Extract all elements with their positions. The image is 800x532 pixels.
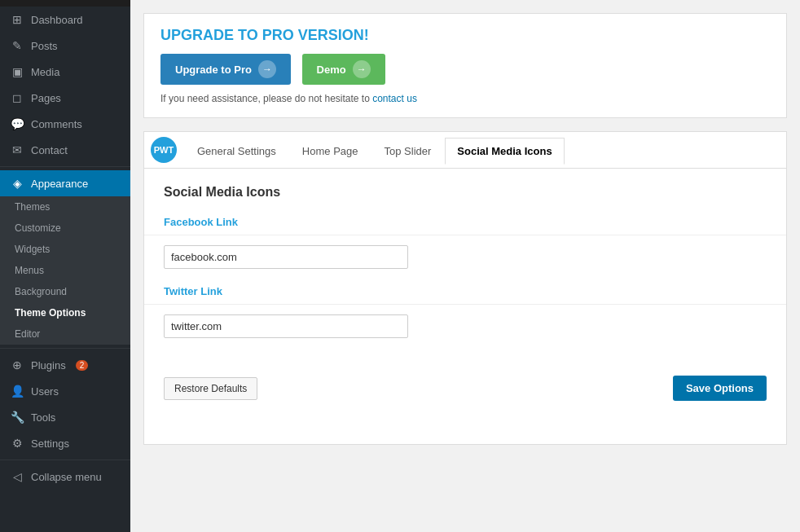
submenu-item-editor[interactable]: Editor — [0, 323, 130, 345]
collapse-icon: ◁ — [10, 470, 24, 483]
sidebar-item-settings[interactable]: ⚙ Settings — [0, 430, 130, 456]
demo-button[interactable]: Demo → — [302, 54, 385, 85]
twitter-label: Twitter Link — [164, 285, 767, 297]
content-panel: Social Media Icons Facebook Link Twitter… — [143, 168, 787, 445]
facebook-field-section: Facebook Link — [164, 216, 767, 269]
sidebar: ⊞ Dashboard ✎ Posts ▣ Media ◻ Pages 💬 Co… — [0, 0, 130, 532]
submenu-item-customize[interactable]: Customize — [0, 218, 130, 239]
submenu-item-widgets[interactable]: Widgets — [0, 239, 130, 260]
dashboard-icon: ⊞ — [10, 13, 24, 26]
plugins-badge: 2 — [76, 360, 89, 371]
sidebar-item-tools[interactable]: 🔧 Tools — [0, 404, 130, 430]
upgrade-to-pro-button[interactable]: Upgrade to Pro → — [160, 54, 291, 85]
users-icon: 👤 — [10, 385, 24, 398]
tab-social-media-icons[interactable]: Social Media Icons — [445, 138, 564, 165]
twitter-field-section: Twitter Link — [164, 285, 767, 338]
demo-arrow-icon: → — [353, 60, 371, 78]
facebook-input[interactable] — [164, 245, 408, 269]
collapse-menu-button[interactable]: ◁ Collapse menu — [0, 464, 130, 490]
sidebar-divider — [0, 166, 130, 167]
settings-icon: ⚙ — [10, 437, 24, 450]
facebook-label: Facebook Link — [164, 216, 767, 228]
sidebar-divider-3 — [0, 459, 130, 460]
sidebar-item-plugins[interactable]: ⊕ Plugins 2 — [0, 352, 130, 378]
save-options-button[interactable]: Save Options — [673, 376, 767, 401]
pwt-logo: PWT — [151, 137, 177, 163]
contact-icon: ✉ — [10, 143, 24, 156]
twitter-input[interactable] — [164, 314, 408, 338]
sidebar-item-appearance[interactable]: ◈ Appearance — [0, 170, 130, 196]
contact-us-link[interactable]: contact us — [372, 93, 417, 104]
restore-defaults-button[interactable]: Restore Defaults — [164, 377, 257, 400]
sidebar-item-comments[interactable]: 💬 Comments — [0, 111, 130, 137]
sidebar-item-users[interactable]: 👤 Users — [0, 378, 130, 404]
pages-icon: ◻ — [10, 91, 24, 104]
upgrade-buttons: Upgrade to Pro → Demo → — [160, 54, 770, 85]
upgrade-arrow-icon: → — [258, 60, 276, 78]
sidebar-item-media[interactable]: ▣ Media — [0, 59, 130, 85]
sidebar-item-contact[interactable]: ✉ Contact — [0, 137, 130, 163]
facebook-divider — [144, 235, 786, 235]
submenu-item-themes[interactable]: Themes — [0, 196, 130, 218]
tabs-container: PWT General Settings Home Page Top Slide… — [143, 131, 787, 168]
tab-general-settings[interactable]: General Settings — [185, 138, 288, 164]
comments-icon: 💬 — [10, 117, 24, 130]
sidebar-item-posts[interactable]: ✎ Posts — [0, 33, 130, 59]
panel-footer: Restore Defaults Save Options — [164, 363, 767, 401]
plugins-icon: ⊕ — [10, 358, 24, 372]
upgrade-banner: UPGRADE TO PRO VERSION! Upgrade to Pro →… — [143, 13, 787, 118]
tab-home-page[interactable]: Home Page — [290, 138, 371, 164]
media-icon: ▣ — [10, 65, 24, 78]
posts-icon: ✎ — [10, 39, 24, 52]
sidebar-item-dashboard[interactable]: ⊞ Dashboard — [0, 7, 130, 33]
panel-title: Social Media Icons — [164, 185, 767, 200]
main-content: UPGRADE TO PRO VERSION! Upgrade to Pro →… — [130, 0, 800, 532]
submenu-item-menus[interactable]: Menus — [0, 260, 130, 281]
sidebar-divider-2 — [0, 348, 130, 349]
twitter-divider — [144, 304, 786, 305]
submenu-item-background[interactable]: Background — [0, 281, 130, 302]
tab-top-slider[interactable]: Top Slider — [372, 138, 444, 164]
sidebar-top-bar — [0, 0, 130, 7]
upgrade-title: UPGRADE TO PRO VERSION! — [160, 27, 770, 44]
appearance-submenu: Themes Customize Widgets Menus Backgroun… — [0, 196, 130, 345]
upgrade-help-text: If you need assistance, please do not he… — [160, 93, 770, 104]
sidebar-item-pages[interactable]: ◻ Pages — [0, 85, 130, 111]
appearance-icon: ◈ — [10, 177, 24, 190]
tools-icon: 🔧 — [10, 411, 24, 424]
submenu-item-theme-options[interactable]: Theme Options — [0, 302, 130, 323]
